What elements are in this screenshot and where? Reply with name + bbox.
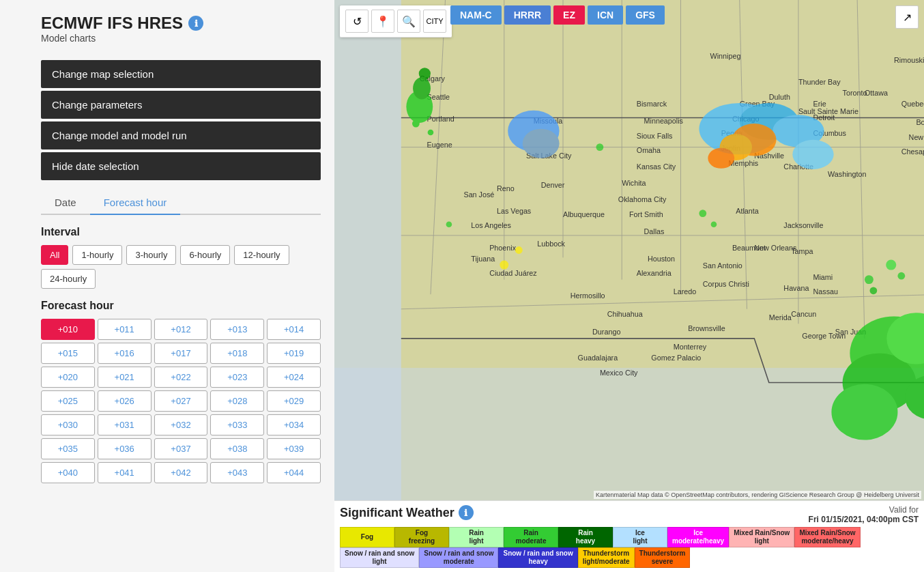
export-button[interactable]: ↗ (895, 5, 919, 29)
sidebar: ECMWF IFS HRES ℹ Model charts Change map… (0, 0, 334, 572)
svg-text:Alexandria: Alexandria (637, 269, 672, 277)
interval-btn-12hourly[interactable]: 12-hourly (234, 245, 289, 265)
forecast-hour-btn-+024[interactable]: +024 (267, 367, 321, 388)
forecast-hour-btn-+021[interactable]: +021 (98, 367, 151, 388)
svg-text:Houston: Houston (648, 255, 675, 263)
forecast-hour-btn-+013[interactable]: +013 (210, 319, 264, 340)
model-buttons: NAM-CHRRREZICNGFS (450, 5, 665, 25)
forecast-label: Forecast hour (41, 300, 321, 312)
forecast-hour-btn-+010[interactable]: +010 (41, 319, 95, 340)
model-btn-gfs[interactable]: GFS (626, 5, 665, 25)
svg-text:Portland: Portland (427, 115, 454, 123)
app-subtitle: Model charts (41, 33, 321, 44)
svg-point-112 (515, 246, 523, 254)
map-svg: Calgary Winnipeg Thunder Bay Rimouski Ot… (334, 0, 924, 500)
svg-text:Quebec: Quebec (901, 100, 924, 108)
forecast-hour-btn-+015[interactable]: +015 (41, 343, 95, 364)
svg-point-103 (831, 384, 897, 440)
forecast-hour-btn-+035[interactable]: +035 (41, 438, 95, 459)
forecast-hour-btn-+027[interactable]: +027 (154, 390, 208, 412)
city-button[interactable]: CITY (423, 10, 446, 33)
svg-point-88 (419, 68, 431, 79)
forecast-hour-btn-+022[interactable]: +022 (154, 367, 208, 388)
svg-point-110 (711, 221, 717, 227)
forecast-hour-btn-+037[interactable]: +037 (154, 438, 208, 459)
model-btn-icn[interactable]: ICN (588, 5, 623, 25)
svg-text:Corpus Christi: Corpus Christi (703, 280, 749, 288)
svg-text:Toronto: Toronto (843, 89, 867, 97)
svg-point-89 (412, 120, 420, 128)
location-button[interactable]: 📍 (371, 10, 394, 33)
forecast-hour-btn-+029[interactable]: +029 (267, 390, 321, 412)
svg-point-90 (428, 130, 434, 136)
forecast-hour-btn-+018[interactable]: +018 (210, 343, 264, 364)
interval-btn-1hourly[interactable]: 1-hourly (72, 245, 122, 265)
forecast-hour-btn-+034[interactable]: +034 (267, 414, 321, 435)
svg-text:Winnipeg: Winnipeg (710, 52, 741, 60)
legend-cell: Snow / rain and snowlight (340, 547, 419, 568)
legend-title-text: Significant Weather (340, 506, 454, 520)
svg-point-111 (500, 261, 508, 270)
forecast-hour-btn-+043[interactable]: +043 (210, 462, 264, 483)
forecast-hour-btn-+011[interactable]: +011 (98, 319, 151, 340)
forecast-hour-btn-+038[interactable]: +038 (210, 438, 264, 459)
legend-title: Significant Weather ℹ (340, 505, 474, 520)
svg-text:Oklahoma City: Oklahoma City (618, 195, 667, 203)
svg-text:San Antonio: San Antonio (703, 261, 742, 270)
model-btn-ez[interactable]: EZ (553, 5, 585, 25)
model-btn-nam-c[interactable]: NAM-C (450, 5, 502, 25)
forecast-hour-btn-+017[interactable]: +017 (154, 343, 208, 364)
refresh-button[interactable]: ↺ (345, 10, 369, 33)
svg-text:Eugene: Eugene (427, 141, 452, 149)
forecast-hour-btn-+025[interactable]: +025 (41, 390, 95, 412)
zoom-button[interactable]: 🔍 (397, 10, 420, 33)
forecast-hour-btn-+040[interactable]: +040 (41, 462, 95, 483)
svg-text:Atlanta: Atlanta (736, 207, 759, 215)
svg-text:Reno: Reno (497, 184, 515, 192)
menu-btn-change-params[interactable]: Change parameters (41, 91, 321, 119)
tab-forecast-hour[interactable]: Forecast hour (90, 191, 181, 215)
menu-btn-change-model[interactable]: Change model and model run (41, 121, 321, 149)
forecast-hour-btn-+042[interactable]: +042 (154, 462, 208, 483)
legend-cell: Fog (340, 527, 394, 547)
menu-btn-change-map[interactable]: Change map selection (41, 60, 321, 88)
legend-cells: FogFogfreezingRainlightRainmoderateRainh… (340, 527, 919, 568)
forecast-hour-btn-+031[interactable]: +031 (98, 414, 151, 435)
forecast-hour-btn-+014[interactable]: +014 (267, 319, 321, 340)
legend-info-icon[interactable]: ℹ (459, 505, 474, 520)
svg-point-92 (523, 129, 560, 158)
tab-date[interactable]: Date (41, 191, 90, 215)
legend-cell: Fogfreezing (394, 527, 449, 547)
forecast-hour-btn-+028[interactable]: +028 (210, 390, 264, 412)
interval-btn-3hourly[interactable]: 3-hourly (126, 245, 176, 265)
forecast-hour-btn-+019[interactable]: +019 (267, 343, 321, 364)
svg-point-114 (446, 221, 452, 227)
svg-text:San José: San José (463, 190, 494, 199)
forecast-hour-btn-+030[interactable]: +030 (41, 414, 95, 435)
svg-point-107 (886, 260, 896, 270)
app-info-icon[interactable]: ℹ (188, 16, 203, 31)
forecast-hour-btn-+023[interactable]: +023 (210, 367, 264, 388)
forecast-hour-btn-+041[interactable]: +041 (98, 462, 151, 483)
svg-text:Wichita: Wichita (622, 179, 646, 187)
interval-btn-All[interactable]: All (41, 245, 68, 265)
forecast-hour-btn-+033[interactable]: +033 (210, 414, 264, 435)
interval-btn-24hourly[interactable]: 24-hourly (41, 269, 96, 289)
forecast-hour-btn-+039[interactable]: +039 (267, 438, 321, 459)
forecast-hour-btn-+044[interactable]: +044 (267, 462, 321, 483)
map-attribution: Kartenmaterial Map data © OpenStreetMap … (594, 491, 921, 499)
svg-rect-2 (334, 368, 924, 500)
forecast-hour-btn-+032[interactable]: +032 (154, 414, 208, 435)
interval-btn-6hourly[interactable]: 6-hourly (180, 245, 230, 265)
svg-text:Fort Smith: Fort Smith (629, 210, 663, 218)
map-area: Calgary Winnipeg Thunder Bay Rimouski Ot… (334, 0, 924, 572)
forecast-hour-btn-+016[interactable]: +016 (98, 343, 151, 364)
forecast-hour-btn-+020[interactable]: +020 (41, 367, 95, 388)
forecast-hour-btn-+036[interactable]: +036 (98, 438, 151, 459)
forecast-hour-btn-+026[interactable]: +026 (98, 390, 151, 412)
map-background: Calgary Winnipeg Thunder Bay Rimouski Ot… (334, 0, 924, 500)
menu-btn-hide-date[interactable]: Hide date selection (41, 152, 321, 180)
svg-point-113 (596, 143, 603, 151)
forecast-hour-btn-+012[interactable]: +012 (154, 319, 208, 340)
model-btn-hrrr[interactable]: HRRR (504, 5, 551, 25)
